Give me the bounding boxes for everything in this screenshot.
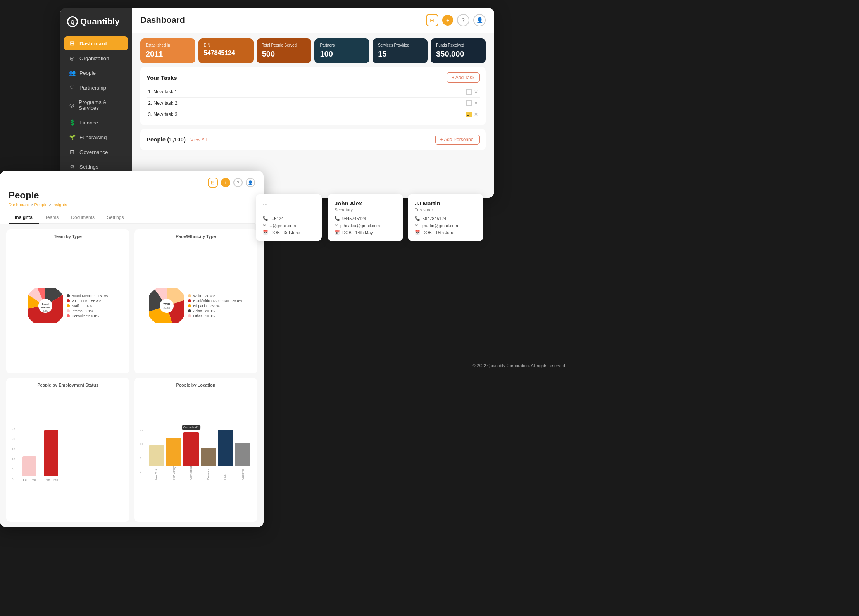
tab-insights[interactable]: Insights: [9, 212, 39, 224]
sidebar-item-label: Programs & Services: [79, 99, 123, 111]
bar: [166, 438, 182, 466]
person-phone: 📞 ...5124: [263, 216, 315, 221]
task-delete-button[interactable]: ✕: [474, 112, 478, 117]
breadcrumb-people[interactable]: People: [34, 202, 47, 207]
fundraising-icon: 🌱: [69, 134, 76, 140]
sidebar-item-people[interactable]: 👥 People: [64, 66, 128, 80]
bar-utah: Utah: [218, 430, 233, 480]
people-header-icons: ⊟ + ? 👤: [9, 178, 255, 188]
legend-item: Asian - 20.0%: [188, 309, 242, 313]
people-window-header: ⊟ + ? 👤 People Dashboard > People > Insi…: [0, 171, 264, 224]
legend-dot: [67, 294, 70, 297]
phone-icon: 📞: [263, 216, 268, 221]
bar: [149, 445, 164, 466]
dashboard-icon: ⊞: [69, 40, 76, 47]
add-button[interactable]: +: [442, 15, 453, 26]
help-button[interactable]: ?: [457, 14, 469, 26]
sidebar: Q Quantibly ⊞ Dashboard ◎ Organization 👥…: [60, 8, 132, 198]
bar-delaware: Delaware: [201, 448, 216, 480]
legend-item: Consultants 6.8%: [67, 314, 108, 318]
user-button[interactable]: 👤: [473, 14, 486, 26]
legend-label: Hispanic - 25.0%: [193, 304, 219, 308]
settings-icon: ⚙: [69, 164, 76, 170]
employment-status-chart: People by Employment Status 2520151050 F…: [6, 378, 129, 522]
sidebar-item-label: Settings: [79, 164, 98, 170]
phone-icon: 📞: [335, 216, 340, 221]
tab-documents[interactable]: Documents: [65, 212, 101, 224]
person-card-partial: ... ... 📞 ...5124 ✉ ...@gmail.com 📅 DOB …: [256, 194, 322, 241]
task-actions: ✓ ✕: [466, 112, 478, 117]
email-value: jjmartin@gmail.com: [421, 223, 458, 228]
person-role: Secretary: [335, 207, 396, 212]
task-text: 2. New task 2: [148, 100, 178, 106]
person-role: ...: [263, 207, 315, 212]
chart-area: White 20.0% White - 20.0% Black/African …: [140, 243, 252, 369]
legend-dot: [188, 304, 191, 307]
footer-text: © 2022 Quantibly Corporation. All rights…: [472, 363, 565, 368]
breadcrumb-dashboard[interactable]: Dashboard: [9, 202, 29, 207]
task-checkbox[interactable]: [466, 89, 472, 95]
task-delete-button[interactable]: ✕: [474, 89, 478, 95]
legend-dot: [188, 309, 191, 312]
person-email: ✉ ...@gmail.com: [263, 223, 315, 228]
pie-wrapper: Board Member 6.8% Board Member - 15.9% V…: [28, 288, 108, 323]
add-task-button[interactable]: + Add Task: [447, 72, 480, 83]
bar-label: Utah: [224, 466, 227, 480]
logo-icon: Q: [67, 16, 78, 27]
bar-part-time: Part-Time: [44, 430, 58, 481]
stat-value: 500: [262, 50, 306, 59]
add-personnel-button[interactable]: + Add Personnel: [435, 135, 480, 145]
stat-value: 15: [378, 50, 422, 59]
sidebar-item-label: People: [79, 70, 96, 76]
person-phone: 📞 5647845124: [415, 216, 476, 221]
stat-funds: Funds Received $50,000: [431, 38, 486, 63]
legend-item: Staff - 11.4%: [67, 304, 108, 308]
organization-icon: ◎: [69, 55, 76, 61]
legend-dot: [67, 309, 70, 312]
view-all-link[interactable]: View All: [190, 137, 207, 143]
tab-settings[interactable]: Settings: [101, 212, 130, 224]
legend-dot: [188, 314, 191, 317]
tab-teams[interactable]: Teams: [39, 212, 65, 224]
dob-value: DOB - 15th June: [423, 230, 454, 235]
user-button[interactable]: 👤: [246, 178, 255, 187]
scan-button[interactable]: ⊟: [426, 14, 438, 26]
legend-label: Consultants 6.8%: [72, 314, 99, 318]
phone-value: ...5124: [271, 216, 284, 221]
scan-button[interactable]: ⊟: [208, 178, 218, 188]
sidebar-item-fundraising[interactable]: 🌱 Fundraising: [64, 130, 128, 144]
svg-text:6.8%: 6.8%: [43, 310, 48, 312]
person-name: JJ Martin: [415, 200, 476, 207]
breadcrumb-insights: Insights: [52, 202, 67, 207]
task-checkbox-checked[interactable]: ✓: [466, 112, 472, 117]
bar: [44, 430, 58, 476]
page-title: Dashboard: [140, 15, 185, 25]
bar-tooltip: Connecticut 3: [182, 425, 200, 430]
bar-new-jersey: New Jersey: [166, 438, 182, 480]
bar-connecticut: Connecticut 3 Connecticut: [183, 432, 199, 480]
sidebar-item-label: Finance: [79, 120, 98, 126]
person-dob: 📅 DOB - 15th June: [415, 230, 476, 235]
sidebar-nav: ⊞ Dashboard ◎ Organization 👥 People ♡ Pa…: [60, 34, 132, 176]
sidebar-item-governance[interactable]: ⊟ Governance: [64, 145, 128, 159]
people-by-location-chart: People by Location 151050 New York New J…: [134, 378, 257, 522]
calendar-icon: 📅: [263, 230, 268, 235]
sidebar-item-dashboard[interactable]: ⊞ Dashboard: [64, 36, 128, 50]
task-actions: ✕: [466, 100, 478, 106]
task-checkbox[interactable]: [466, 100, 472, 106]
help-button[interactable]: ?: [233, 178, 243, 187]
sidebar-item-finance[interactable]: 💲 Finance: [64, 116, 128, 129]
person-phone: 📞 9845745126: [335, 216, 396, 221]
sidebar-item-partnership[interactable]: ♡ Partnership: [64, 81, 128, 95]
calendar-icon: 📅: [415, 230, 420, 235]
sidebar-item-organization[interactable]: ◎ Organization: [64, 51, 128, 65]
stat-services: Services Provided 15: [373, 38, 428, 63]
add-button[interactable]: +: [221, 178, 230, 187]
chart-area: 151050 New York New Jersey Connecticut: [140, 391, 252, 517]
stat-established: Established In 2011: [140, 38, 195, 63]
legend-label: Asian - 20.0%: [193, 309, 215, 313]
task-delete-button[interactable]: ✕: [474, 100, 478, 106]
sidebar-item-programs-services[interactable]: ◎ Programs & Services: [64, 95, 128, 115]
bar: [201, 448, 216, 466]
person-name: ...: [263, 200, 315, 207]
